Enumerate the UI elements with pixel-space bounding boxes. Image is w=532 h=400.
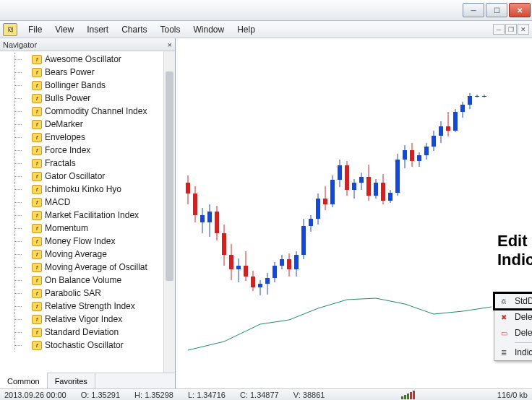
navigator-close-icon[interactable]: × xyxy=(168,40,172,49)
indicator-item[interactable]: fGator Oscillator xyxy=(0,170,175,183)
indicator-item[interactable]: fIchimoku Kinko Hyo xyxy=(0,183,175,196)
indicator-label: MACD xyxy=(45,197,70,207)
list-icon: ≣ xyxy=(497,347,510,358)
indicator-label: Relative Vigor Index xyxy=(45,314,122,324)
status-kb: 116/0 kb xyxy=(497,391,528,399)
svg-rect-75 xyxy=(453,112,458,131)
navigator-tabs: Common Favorites xyxy=(0,373,175,388)
menu-help[interactable]: Help xyxy=(231,23,262,36)
svg-rect-51 xyxy=(366,177,371,196)
menu-file[interactable]: File xyxy=(22,23,48,36)
window-close-button[interactable]: ✕ xyxy=(509,3,531,17)
indicator-label: Market Facilitation Index xyxy=(45,210,139,220)
indicator-item[interactable]: fOn Balance Volume xyxy=(0,274,175,287)
navigator-scrollbar[interactable] xyxy=(163,51,175,373)
indicator-item[interactable]: fForce Index xyxy=(0,144,175,157)
ctx-delete-window[interactable]: ▭ Delete Indicator Window xyxy=(494,325,532,341)
indicator-item[interactable]: fStandard Deviation xyxy=(0,326,175,339)
indicator-label: Money Flow Index xyxy=(45,236,115,246)
indicator-icon: f xyxy=(32,146,42,155)
svg-rect-3 xyxy=(193,194,197,215)
status-date: 2013.09.26 00:00 xyxy=(4,391,66,399)
indicator-label: Bollinger Bands xyxy=(45,80,106,90)
indicator-item[interactable]: fMomentum xyxy=(0,222,175,235)
indicator-item[interactable]: fDeMarker xyxy=(0,118,175,131)
status-bar: 2013.09.26 00:00 O: 1.35291 H: 1.35298 L… xyxy=(0,388,532,400)
indicator-icon: f xyxy=(32,94,42,103)
ctx-indicators-list[interactable]: ≣ Indicators List Ctrl+I xyxy=(494,344,532,360)
indicator-label: Force Index xyxy=(45,145,90,155)
status-high: H: 1.35298 xyxy=(134,391,173,399)
tab-common[interactable]: Common xyxy=(0,373,48,388)
indicator-icon: f xyxy=(32,172,42,181)
indicator-item[interactable]: fMACD xyxy=(0,196,175,209)
indicator-label: Fractals xyxy=(45,158,76,168)
indicator-item[interactable]: fMarket Facilitation Index xyxy=(0,209,175,222)
indicator-icon: f xyxy=(32,133,42,142)
indicator-label: Standard Deviation xyxy=(45,327,119,337)
indicator-item[interactable]: fRelative Strength Index xyxy=(0,300,175,313)
mdi-restore-button[interactable]: ❐ xyxy=(505,24,517,35)
menu-insert[interactable]: Insert xyxy=(80,23,115,36)
indicator-item[interactable]: fMoving Average xyxy=(0,248,175,261)
svg-rect-73 xyxy=(446,126,450,131)
chart-area[interactable]: Edit Indicator ⛭ StdDev(20) properties..… xyxy=(176,38,532,388)
svg-rect-7 xyxy=(207,212,212,222)
indicator-label: Moving Average xyxy=(45,249,107,259)
indicator-item[interactable]: fRelative Vigor Index xyxy=(0,313,175,326)
indicator-item[interactable]: fAwesome Oscillator xyxy=(0,53,175,66)
indicator-icon: f xyxy=(32,198,42,207)
indicator-icon: f xyxy=(32,302,42,311)
menu-window[interactable]: Window xyxy=(187,23,231,36)
ctx-properties[interactable]: ⛭ StdDev(20) properties... xyxy=(494,293,532,309)
indicator-label: Bulls Power xyxy=(45,93,90,103)
indicator-item[interactable]: fBears Power xyxy=(0,66,175,79)
svg-rect-83 xyxy=(482,96,486,97)
indicator-icon: f xyxy=(32,341,42,350)
indicator-item[interactable]: fMoney Flow Index xyxy=(0,235,175,248)
indicator-item[interactable]: fParabolic SAR xyxy=(0,287,175,300)
indicator-item[interactable]: fEnvelopes xyxy=(0,131,175,144)
indicator-item[interactable]: fBulls Power xyxy=(0,92,175,105)
menu-charts[interactable]: Charts xyxy=(115,23,153,36)
svg-rect-55 xyxy=(381,183,385,201)
indicator-item[interactable]: fBollinger Bands xyxy=(0,79,175,92)
indicator-icon: f xyxy=(32,68,42,77)
indicator-icon: f xyxy=(32,315,42,324)
indicator-icon: f xyxy=(32,237,42,246)
indicator-item[interactable]: fFractals xyxy=(0,157,175,170)
indicator-item[interactable]: fCommodity Channel Index xyxy=(0,105,175,118)
svg-rect-15 xyxy=(236,266,241,269)
svg-rect-19 xyxy=(251,277,255,287)
indicator-label: Envelopes xyxy=(45,132,85,142)
svg-rect-77 xyxy=(460,105,465,112)
delete-icon: ✖ xyxy=(497,311,510,323)
navigator-panel: Navigator × fAwesome OscillatorfBears Po… xyxy=(0,38,176,388)
mdi-close-button[interactable]: ✕ xyxy=(518,24,529,35)
indicator-label: On Balance Volume xyxy=(45,275,121,285)
tab-favorites[interactable]: Favorites xyxy=(48,373,95,388)
ctx-delete-indicator[interactable]: ✖ Delete Indicator xyxy=(494,309,532,325)
menu-view[interactable]: View xyxy=(48,23,80,36)
mdi-minimize-button[interactable]: ─ xyxy=(493,24,505,35)
window-minimize-button[interactable]: ─ xyxy=(463,3,484,17)
svg-rect-71 xyxy=(439,126,443,136)
indicator-icon: f xyxy=(32,185,42,194)
status-volume: V: 38861 xyxy=(293,391,325,399)
svg-rect-13 xyxy=(229,255,233,269)
indicator-item[interactable]: fStochastic Oscillator xyxy=(0,339,175,352)
svg-rect-61 xyxy=(403,150,407,160)
indicator-icon: f xyxy=(32,224,42,233)
indicator-icon: f xyxy=(32,289,42,298)
svg-rect-9 xyxy=(215,212,219,233)
menu-tools[interactable]: Tools xyxy=(154,23,187,36)
window-maximize-button[interactable]: ☐ xyxy=(486,3,507,17)
indicator-icon: f xyxy=(32,55,42,64)
svg-rect-69 xyxy=(432,136,436,147)
svg-rect-79 xyxy=(468,96,472,105)
indicator-item[interactable]: fMoving Average of Oscillat xyxy=(0,261,175,274)
status-close: C: 1.34877 xyxy=(240,391,279,399)
svg-rect-11 xyxy=(222,233,226,255)
svg-rect-23 xyxy=(265,278,270,284)
svg-rect-31 xyxy=(294,255,299,269)
